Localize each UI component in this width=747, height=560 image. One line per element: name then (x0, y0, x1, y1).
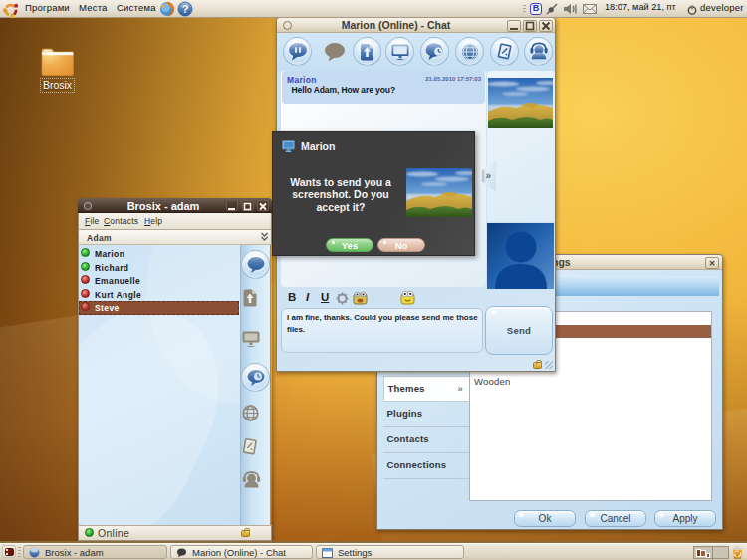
svg-text:?: ? (182, 3, 189, 15)
